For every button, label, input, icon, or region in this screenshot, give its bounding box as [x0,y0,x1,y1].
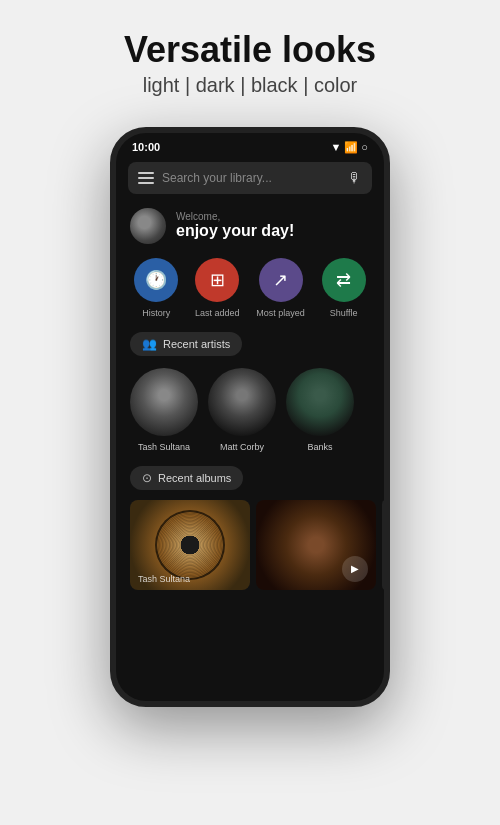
action-history[interactable]: 🕐 History [134,258,178,318]
history-label: History [142,308,170,318]
albums-row: Tash Sultana ▶ [116,496,384,594]
header-title: Versatile looks [124,30,376,70]
signal-icon: 📶 [344,141,358,154]
artist-name-3: Banks [307,442,332,452]
mic-icon[interactable]: 🎙 [348,170,362,186]
artists-row: Tash Sultana Matt Corby Banks [116,362,384,460]
artist-name-2: Matt Corby [220,442,264,452]
header-section: Versatile looks light | dark | black | c… [104,0,396,117]
artist-item-3[interactable]: Banks [286,368,354,452]
welcome-main: enjoy your day! [176,222,294,240]
artist-avatar-3 [286,368,354,436]
quick-actions: 🕐 History ⊞ Last added ↗ Most played ⇄ S… [116,254,384,326]
last-added-label: Last added [195,308,240,318]
menu-button[interactable] [138,172,154,184]
avatar [130,208,166,244]
history-icon: 🕐 [134,258,178,302]
shuffle-icon: ⇄ [322,258,366,302]
time-display: 10:00 [132,141,160,153]
recent-artists-label: Recent artists [163,338,230,350]
album-card-2[interactable]: ▶ [256,500,376,590]
recent-artists-chip[interactable]: 👥 Recent artists [130,332,242,356]
search-placeholder[interactable]: Search your library... [162,171,340,185]
search-bar[interactable]: Search your library... 🎙 [128,162,372,194]
action-most-played[interactable]: ↗ Most played [256,258,305,318]
last-added-icon: ⊞ [195,258,239,302]
phone-device: 10:00 ▼ 📶 ○ Search your library... 🎙 Wel… [110,127,390,707]
album-card-1[interactable]: Tash Sultana [130,500,250,590]
shuffle-label: Shuffle [330,308,358,318]
most-played-icon: ↗ [259,258,303,302]
wifi-icon: ▼ [330,141,341,153]
welcome-sub: Welcome, [176,211,294,222]
status-icons: ▼ 📶 ○ [330,141,368,154]
action-last-added[interactable]: ⊞ Last added [195,258,240,318]
most-played-label: Most played [256,308,305,318]
recent-artists-chip-icon: 👥 [142,337,157,351]
artist-name-1: Tash Sultana [138,442,190,452]
battery-icon: ○ [361,141,368,153]
artist-avatar-1 [130,368,198,436]
play-button[interactable]: ▶ [342,556,368,582]
album-label-1: Tash Sultana [138,574,190,584]
artist-item-1[interactable]: Tash Sultana [130,368,198,452]
artist-avatar-2 [208,368,276,436]
action-shuffle[interactable]: ⇄ Shuffle [322,258,366,318]
recent-albums-label: Recent albums [158,472,231,484]
recent-albums-chip[interactable]: ⊙ Recent albums [130,466,243,490]
welcome-section: Welcome, enjoy your day! [116,202,384,254]
album-card-side [382,500,384,590]
status-bar: 10:00 ▼ 📶 ○ [116,133,384,158]
artist-item-2[interactable]: Matt Corby [208,368,276,452]
header-subtitle: light | dark | black | color [124,74,376,97]
recent-albums-chip-icon: ⊙ [142,471,152,485]
